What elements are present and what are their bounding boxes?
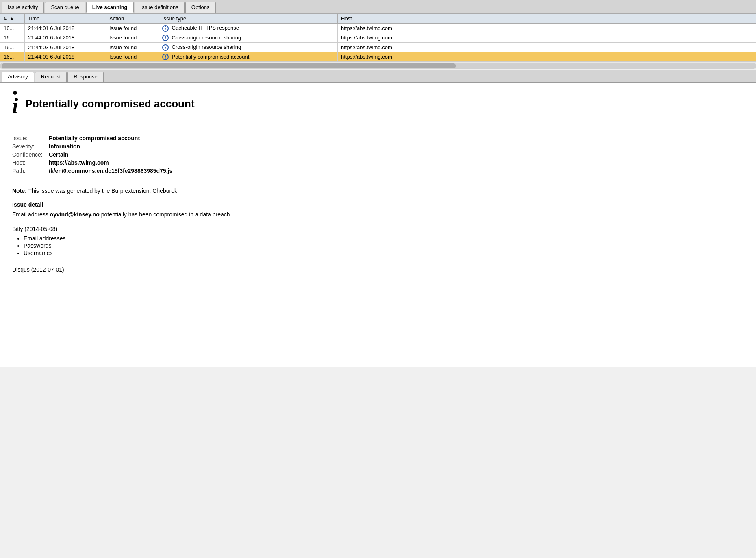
advisory-title-row: i Potentially compromised account [12, 91, 744, 121]
issue-table: # ▲ Time Action Issue type Host 16...21:… [0, 13, 756, 62]
path-value: /k/en/0.commons.en.dc15f3fe298863985d75.… [49, 167, 176, 175]
cell-host: https://abs.twimg.com [338, 24, 756, 33]
breach-entry: Disqus (2012-07-01) [12, 266, 744, 273]
list-item: Email addresses [24, 235, 744, 242]
issue-detail-before: Email address [12, 211, 50, 218]
breach-name: Bitly (2014-05-08) [12, 226, 744, 232]
issue-detail-email: oyvind@kinsey.no [50, 211, 100, 218]
cell-host: https://abs.twimg.com [338, 43, 756, 52]
breach-items-list: Email addressesPasswordsUsernames [24, 235, 744, 257]
scroll-track [0, 63, 756, 69]
severity-label: Severity: [12, 142, 49, 150]
issue-value: Potentially compromised account [49, 134, 176, 142]
sort-arrow-icon: ▲ [9, 15, 15, 22]
cell-num: 16... [0, 43, 25, 52]
confidence-label: Confidence: [12, 150, 49, 159]
issue-detail-text: Email address oyvind@kinsey.no potential… [12, 211, 744, 218]
advisory-info-icon: i [12, 91, 18, 117]
cell-time: 21:44:03 6 Jul 2018 [25, 43, 106, 52]
cell-issue-type: i Potentially compromised account [159, 52, 338, 62]
host-value: https://abs.twimg.com [49, 159, 176, 167]
cell-time: 21:44:03 6 Jul 2018 [25, 52, 106, 62]
list-item: Usernames [24, 249, 744, 257]
note-prefix: Note: [12, 187, 27, 194]
tab-advisory[interactable]: Advisory [2, 72, 34, 82]
table-row[interactable]: 16...21:44:03 6 Jul 2018Issue foundi Cro… [0, 43, 756, 52]
cell-issue-type: i Cross-origin resource sharing [159, 33, 338, 43]
table-row[interactable]: 16...21:44:01 6 Jul 2018Issue foundi Cac… [0, 24, 756, 33]
advisory-heading: Potentially compromised account [25, 98, 194, 110]
cell-time: 21:44:01 6 Jul 2018 [25, 24, 106, 33]
cell-host: https://abs.twimg.com [338, 52, 756, 62]
col-header-time: Time [25, 14, 106, 24]
col-header-issue-type: Issue type [159, 14, 338, 24]
col-header-host: Host [338, 14, 756, 24]
issue-meta-section: Issue: Potentially compromised account S… [12, 129, 744, 180]
breach-name: Disqus (2012-07-01) [12, 266, 744, 273]
note-line: Note: This issue was generated by the Bu… [12, 187, 744, 194]
cell-action: Issue found [106, 43, 159, 52]
table-row[interactable]: 16...21:44:03 6 Jul 2018Issue foundi Pot… [0, 52, 756, 62]
list-item: Passwords [24, 242, 744, 249]
cell-time: 21:44:01 6 Jul 2018 [25, 33, 106, 43]
breaches-container: Bitly (2014-05-08)Email addressesPasswor… [12, 226, 744, 273]
tab-response[interactable]: Response [67, 72, 104, 82]
path-label: Path: [12, 167, 49, 175]
tab-live-scanning[interactable]: Live scanning [86, 2, 134, 13]
breach-entry: Bitly (2014-05-08)Email addressesPasswor… [12, 226, 744, 257]
cell-action: Issue found [106, 33, 159, 43]
horizontal-scrollbar[interactable] [0, 62, 756, 69]
cell-action: Issue found [106, 24, 159, 33]
host-label: Host: [12, 159, 49, 167]
tab-options[interactable]: Options [185, 2, 216, 13]
confidence-value: Certain [49, 150, 176, 159]
cell-action: Issue found [106, 52, 159, 62]
col-header-num[interactable]: # ▲ [0, 14, 25, 24]
issue-type-info-icon: i [162, 25, 169, 32]
issue-detail-heading: Issue detail [12, 201, 744, 208]
advisory-panel: i Potentially compromised account Issue:… [0, 83, 756, 367]
cell-num: 16... [0, 33, 25, 43]
issue-type-info-icon: i [162, 35, 169, 41]
cell-host: https://abs.twimg.com [338, 33, 756, 43]
issue-type-info-icon: i [162, 54, 169, 60]
info-icon-stem: i [12, 96, 18, 117]
issue-label: Issue: [12, 134, 49, 142]
table-row[interactable]: 16...21:44:01 6 Jul 2018Issue foundi Cro… [0, 33, 756, 43]
tab-issue-definitions[interactable]: Issue definitions [135, 2, 185, 13]
tab-request[interactable]: Request [35, 72, 67, 82]
note-text: This issue was generated by the Burp ext… [27, 187, 179, 194]
issue-type-info-icon: i [162, 44, 169, 51]
issue-detail-after: potentially has been compromised in a da… [100, 211, 230, 218]
cell-issue-type: i Cacheable HTTPS response [159, 24, 338, 33]
scroll-thumb [2, 63, 456, 68]
cell-issue-type: i Cross-origin resource sharing [159, 43, 338, 52]
tab-issue-activity[interactable]: Issue activity [2, 2, 44, 13]
col-header-action: Action [106, 14, 159, 24]
bottom-tab-bar: Advisory Request Response [0, 70, 756, 83]
cell-num: 16... [0, 52, 25, 62]
cell-num: 16... [0, 24, 25, 33]
severity-value: Information [49, 142, 176, 150]
top-tab-bar: Issue activity Scan queue Live scanning … [0, 0, 756, 13]
tab-scan-queue[interactable]: Scan queue [45, 2, 85, 13]
